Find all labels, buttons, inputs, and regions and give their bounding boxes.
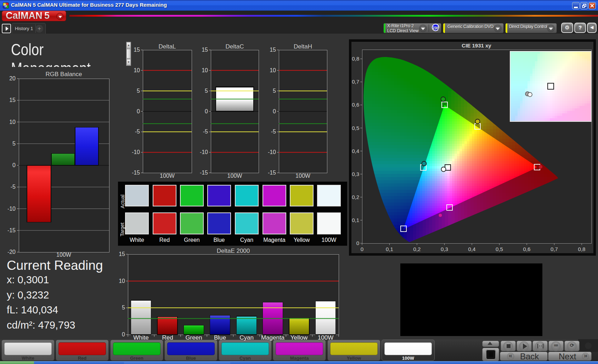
svg-text:15: 15 xyxy=(119,251,125,257)
svg-text:10: 10 xyxy=(134,67,140,73)
svg-text:-10: -10 xyxy=(132,149,140,155)
svg-text:-15: -15 xyxy=(132,170,140,176)
svg-text:DeltaE 2000: DeltaE 2000 xyxy=(217,248,250,254)
svg-text:0,8: 0,8 xyxy=(352,56,359,62)
svg-text:0,4: 0,4 xyxy=(468,246,476,252)
svg-text:5: 5 xyxy=(137,88,140,94)
svg-text:0,8: 0,8 xyxy=(578,246,586,252)
svg-text:DeltaL: DeltaL xyxy=(158,43,176,50)
svg-text:0,2: 0,2 xyxy=(413,246,421,252)
svg-text:-10: -10 xyxy=(7,206,16,212)
svg-text:0,7: 0,7 xyxy=(551,246,558,252)
svg-text:Red: Red xyxy=(162,334,173,341)
svg-text:White: White xyxy=(133,334,148,341)
svg-text:0,6: 0,6 xyxy=(352,102,359,108)
svg-text:0,4: 0,4 xyxy=(352,148,359,154)
svg-text:0,7: 0,7 xyxy=(352,79,359,85)
svg-text:Magenta: Magenta xyxy=(261,334,285,341)
svg-text:CIE 1931 xy: CIE 1931 xy xyxy=(462,42,491,49)
svg-text:0,1: 0,1 xyxy=(386,246,393,252)
svg-text:-5: -5 xyxy=(271,129,276,135)
svg-text:10: 10 xyxy=(119,278,125,284)
svg-text:5: 5 xyxy=(205,88,208,94)
svg-text:-5: -5 xyxy=(135,129,140,135)
svg-text:Yellow: Yellow xyxy=(290,334,308,341)
svg-text:0,5: 0,5 xyxy=(496,246,503,252)
svg-text:-15: -15 xyxy=(7,227,16,233)
svg-text:-10: -10 xyxy=(268,149,276,155)
svg-text:5: 5 xyxy=(273,88,276,94)
svg-text:100W: 100W xyxy=(227,173,243,179)
svg-text:10: 10 xyxy=(202,67,208,73)
svg-text:0: 0 xyxy=(356,240,359,246)
svg-text:Green: Green xyxy=(185,334,202,341)
svg-text:15: 15 xyxy=(202,47,208,53)
svg-text:-10: -10 xyxy=(200,149,208,155)
svg-text:5: 5 xyxy=(122,305,125,311)
svg-text:15: 15 xyxy=(134,47,140,53)
svg-text:0: 0 xyxy=(273,108,276,114)
svg-text:0,1: 0,1 xyxy=(352,217,359,223)
svg-text:0,3: 0,3 xyxy=(352,171,359,177)
svg-text:0: 0 xyxy=(137,108,140,114)
svg-text:0: 0 xyxy=(205,108,208,114)
svg-text:0,2: 0,2 xyxy=(352,194,359,200)
svg-text:0,6: 0,6 xyxy=(523,246,531,252)
svg-text:-15: -15 xyxy=(200,170,208,176)
svg-text:100W: 100W xyxy=(160,173,175,179)
svg-text:0,5: 0,5 xyxy=(352,125,359,131)
svg-text:15: 15 xyxy=(270,47,276,53)
svg-text:10: 10 xyxy=(270,67,276,73)
svg-text:-15: -15 xyxy=(268,170,276,176)
svg-text:100W: 100W xyxy=(295,173,311,179)
svg-text:Cyan: Cyan xyxy=(239,334,254,341)
svg-text:-5: -5 xyxy=(203,129,208,135)
svg-text:100W: 100W xyxy=(318,334,333,341)
svg-text:0: 0 xyxy=(122,331,125,337)
svg-text:Blue: Blue xyxy=(214,334,226,341)
svg-text:DeltaH: DeltaH xyxy=(294,43,312,50)
svg-text:DeltaC: DeltaC xyxy=(226,43,244,50)
svg-text:0: 0 xyxy=(361,246,363,252)
svg-text:0,3: 0,3 xyxy=(441,246,448,252)
